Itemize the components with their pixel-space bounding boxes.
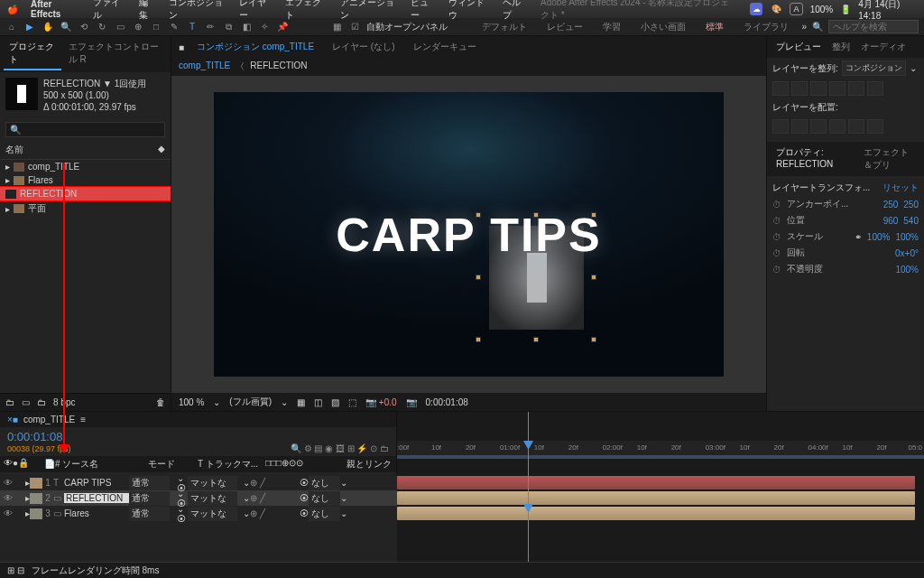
autopanel-label[interactable]: 自動オープンパネル <box>366 21 448 33</box>
puppet-tool[interactable]: 📌 <box>276 21 289 33</box>
tab-audio[interactable]: オーディオ <box>855 38 911 56</box>
clone-tool[interactable]: ⧉ <box>222 21 235 33</box>
tab-props[interactable]: プロパティ: REFLECTION <box>771 144 858 174</box>
layer-row-3[interactable]: 👁▸3▭Flares通常⌄ ⦿マットな⌄⊕ ╱⦿なし⌄ <box>0 506 397 521</box>
crumb-comp[interactable]: comp_TITLE <box>179 61 230 73</box>
mode-standard[interactable]: 標準 <box>698 19 731 35</box>
col-name[interactable]: 名前 <box>5 144 23 156</box>
project-item-folder[interactable]: ▸Flares <box>0 173 171 187</box>
pen-tool[interactable]: ✎ <box>168 21 180 33</box>
brush-tool[interactable]: ✏ <box>204 21 217 33</box>
mode-review[interactable]: レビュー <box>540 19 590 35</box>
dist-5[interactable] <box>848 119 864 134</box>
layer-row-2[interactable]: 👁▸2▭REFLECTION通常⌄ ⦿マットな⌄⊕ ╱⦿なし⌄ <box>0 490 397 506</box>
eraser-tool[interactable]: ◧ <box>240 21 253 33</box>
project-search[interactable] <box>5 122 165 137</box>
align-to[interactable]: コンポジション <box>842 61 906 76</box>
selection-tool[interactable]: ▶ <box>23 21 36 33</box>
3d-icon[interactable]: ⬚ <box>348 397 356 407</box>
visibility-icon[interactable]: 👁 <box>4 478 14 488</box>
menu-file[interactable]: ファイル <box>93 0 126 22</box>
tab-align[interactable]: 整列 <box>827 38 855 56</box>
project-item-solids[interactable]: ▸平面 <box>0 200 171 217</box>
mode-learn[interactable]: 学習 <box>596 19 628 35</box>
menu-layer[interactable]: レイヤー <box>239 0 273 22</box>
menu-anim[interactable]: アニメーション <box>340 0 399 22</box>
snap-icon[interactable]: ▦ <box>330 21 343 33</box>
transform-header[interactable]: レイヤートランスフォ... <box>772 182 870 194</box>
tab-fx[interactable]: エフェクト＆プリ <box>858 144 920 174</box>
dist-4[interactable] <box>829 119 845 134</box>
tab-effect-controls[interactable]: エフェクトコントロール R <box>63 38 167 70</box>
apple-icon[interactable]: 🍎 <box>7 5 18 14</box>
align-left[interactable] <box>772 81 789 96</box>
camera-tool[interactable]: ▭ <box>114 21 126 33</box>
zoom-tool[interactable]: 🔍 <box>60 21 72 33</box>
trash-icon[interactable]: 🗑 <box>156 397 165 407</box>
preview-time[interactable]: 0:00:01:08 <box>426 397 468 407</box>
mask-icon[interactable]: ◫ <box>314 397 322 407</box>
timeline-comp-name[interactable]: comp_TITLE <box>23 415 75 424</box>
selection-bounds[interactable] <box>477 214 595 340</box>
tab-comp[interactable]: コンポジション comp_TITLE <box>191 38 319 56</box>
viewport[interactable]: CARP TIPS <box>171 76 766 393</box>
home-icon[interactable]: ⌂ <box>5 21 18 33</box>
work-area[interactable] <box>397 455 924 459</box>
mode-library[interactable]: ライブラリ <box>736 19 796 35</box>
reset-link[interactable]: リセット <box>882 182 919 194</box>
pan-behind-tool[interactable]: ⊕ <box>132 21 144 33</box>
align-top[interactable] <box>829 81 845 96</box>
dist-2[interactable] <box>791 119 808 134</box>
dist-6[interactable] <box>867 119 883 134</box>
playhead[interactable] <box>528 412 529 475</box>
cc-icon[interactable]: ☁ <box>750 3 762 15</box>
menu-view[interactable]: ビュー <box>411 0 436 22</box>
help-search[interactable] <box>828 20 919 33</box>
timecode[interactable]: 0:00:01:08 <box>7 430 62 443</box>
align-hcenter[interactable] <box>791 81 808 96</box>
new-folder-icon[interactable]: 🗀 <box>37 397 46 407</box>
menu-effect[interactable]: エフェクト <box>285 0 327 22</box>
rotate-tool[interactable]: ↻ <box>96 21 108 33</box>
roto-tool[interactable]: ✧ <box>258 21 271 33</box>
zoom-level[interactable]: 100 % <box>179 397 204 407</box>
dist-1[interactable] <box>772 119 789 134</box>
ime-icon[interactable]: A <box>790 3 802 15</box>
toggle-switches-icon[interactable]: ⊞ ⊟ <box>7 565 24 575</box>
mode-default[interactable]: デフォルト <box>475 19 534 35</box>
tab-render[interactable]: レンダーキュー <box>408 38 482 56</box>
layer-row-1[interactable]: 👁▸1TCARP TIPS通常⌄ ⦿マットな⌄⊕ ╱⦿なし⌄ <box>0 475 397 490</box>
grid-icon[interactable]: ▦ <box>297 397 305 407</box>
project-item-reflection[interactable]: REFLECTION <box>0 187 171 200</box>
stopwatch-icon[interactable]: ⏱ <box>772 200 781 210</box>
transparency-icon[interactable]: ▨ <box>331 397 339 407</box>
col-label-icon[interactable]: ◆ <box>158 144 165 156</box>
snapshot-icon[interactable]: 📷 <box>406 397 417 407</box>
interpret-icon[interactable]: 🗀 <box>5 397 14 407</box>
crumb-reflection[interactable]: REFLECTION <box>250 61 307 73</box>
exposure[interactable]: 📷 +0.0 <box>365 397 397 407</box>
project-item-comp[interactable]: ▸comp_TITLE <box>0 160 171 173</box>
dist-3[interactable] <box>810 119 827 134</box>
playhead-body[interactable] <box>528 475 529 562</box>
layer-bar-3[interactable] <box>397 507 915 520</box>
shape-tool[interactable]: □ <box>150 21 162 33</box>
layer-bar-2[interactable] <box>397 491 915 505</box>
orbit-tool[interactable]: ⟲ <box>78 21 90 33</box>
check-icon[interactable]: ☑ <box>348 21 361 33</box>
tab-layer[interactable]: レイヤー (なし) <box>327 38 400 56</box>
tab-project[interactable]: プロジェクト <box>4 38 61 70</box>
align-right[interactable] <box>810 81 827 96</box>
quality[interactable]: (フル画質) <box>229 396 272 408</box>
status-icon[interactable]: 🎨 <box>770 3 782 15</box>
type-tool[interactable]: T <box>186 21 199 33</box>
align-bottom[interactable] <box>867 81 883 96</box>
app-name[interactable]: After Effects <box>31 0 80 19</box>
menu-comp[interactable]: コンポジション <box>169 0 227 22</box>
mode-small[interactable]: 小さい画面 <box>633 19 693 35</box>
tab-preview[interactable]: プレビュー <box>771 38 827 56</box>
expand-icon[interactable]: » <box>801 22 807 32</box>
hand-tool[interactable]: ✋ <box>42 21 54 33</box>
layer-bar-1[interactable] <box>397 476 915 489</box>
new-comp-icon[interactable]: ▭ <box>22 397 30 407</box>
